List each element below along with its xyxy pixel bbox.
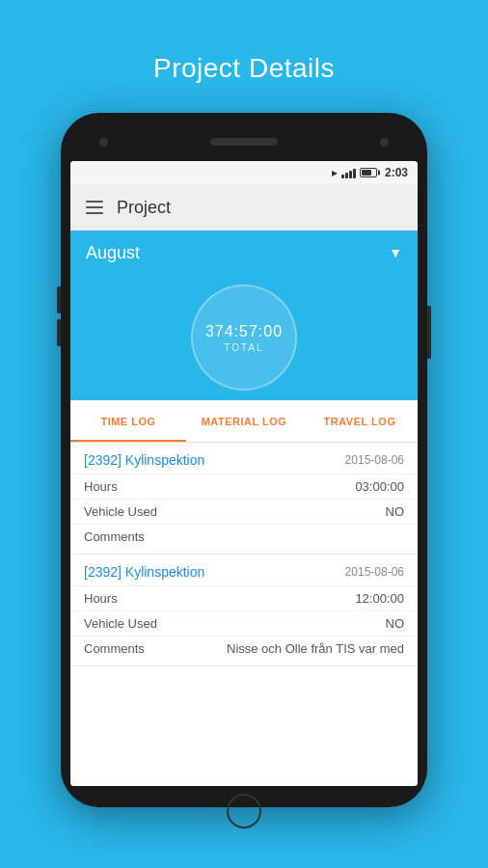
tabs: TIME LOG MATERIAL LOG TRAVEL LOG [70, 400, 418, 443]
volume-buttons [57, 286, 61, 346]
timer-circle: 374:57:00 TOTAL [191, 285, 297, 391]
log-hours-row-2: Hours 12:00:00 [70, 585, 418, 610]
app-bar-title: Project [117, 198, 171, 218]
log-hours-value-1: 03:00:00 [355, 479, 404, 494]
camera-dot [99, 138, 108, 147]
battery-fill [362, 170, 371, 176]
wifi-icon: ▸ [332, 166, 338, 179]
hamburger-line-1 [86, 201, 103, 203]
log-header-1: [2392] Kylinspektion 2015-08-06 [70, 443, 418, 474]
phone-frame: ▸ 2:03 Project [61, 113, 427, 807]
log-comments-label-2: Comments [84, 641, 145, 656]
page-title: Project Details [153, 53, 335, 84]
log-vehicle-value-1: NO [386, 504, 405, 519]
tab-travel-log[interactable]: TRAVEL LOG [302, 400, 418, 442]
phone-top-bar [70, 130, 418, 153]
log-hours-value-2: 12:00:00 [355, 591, 404, 606]
signal-bars [341, 167, 356, 178]
log-vehicle-row-2: Vehicle Used NO [70, 610, 418, 636]
app-bar: Project [70, 184, 418, 231]
battery-icon [360, 168, 377, 177]
log-date-1: 2015-08-06 [345, 453, 404, 467]
power-button [427, 306, 431, 359]
timer-value: 374:57:00 [205, 323, 283, 340]
timer-area: 374:57:00 TOTAL [70, 275, 418, 400]
home-button[interactable] [227, 794, 261, 828]
signal-bar-1 [341, 175, 344, 178]
tab-material-log[interactable]: MATERIAL LOG [186, 400, 302, 442]
content-area[interactable]: [2392] Kylinspektion 2015-08-06 Hours 03… [70, 443, 418, 786]
status-icons: ▸ 2:03 [332, 166, 408, 179]
log-hours-label-2: Hours [84, 591, 118, 606]
log-comments-row-2: Comments Nisse och Olle från TIS var med [70, 636, 418, 665]
month-selector[interactable]: August ▼ [70, 231, 418, 275]
status-bar: ▸ 2:03 [70, 161, 418, 184]
log-vehicle-label-1: Vehicle Used [84, 504, 157, 519]
log-date-2: 2015-08-06 [345, 565, 404, 579]
phone-bottom-bar [70, 794, 418, 828]
log-project-2[interactable]: [2392] Kylinspektion [84, 564, 204, 580]
volume-up-button [57, 286, 61, 313]
phone-screen: ▸ 2:03 Project [70, 161, 418, 786]
menu-button[interactable] [86, 201, 103, 214]
log-vehicle-value-2: NO [386, 616, 405, 631]
speaker [210, 138, 278, 146]
log-header-2: [2392] Kylinspektion 2015-08-06 [70, 555, 418, 585]
signal-bar-3 [349, 171, 352, 178]
volume-down-button [57, 319, 61, 346]
log-vehicle-label-2: Vehicle Used [84, 616, 157, 631]
log-project-1[interactable]: [2392] Kylinspektion [84, 452, 204, 468]
dropdown-arrow-icon: ▼ [389, 245, 402, 260]
signal-bar-2 [345, 173, 348, 178]
log-comments-value-2: Nisse och Olle från TIS var med [227, 641, 404, 656]
log-comments-label-1: Comments [84, 529, 145, 544]
log-hours-row-1: Hours 03:00:00 [70, 474, 418, 499]
log-entry-1: [2392] Kylinspektion 2015-08-06 Hours 03… [70, 443, 418, 555]
sensor-dot [380, 138, 389, 147]
signal-bar-4 [353, 169, 356, 178]
tab-time-log[interactable]: TIME LOG [70, 400, 186, 442]
log-comments-row-1: Comments [70, 524, 418, 554]
hamburger-line-2 [86, 206, 103, 208]
hamburger-line-3 [86, 212, 103, 214]
log-vehicle-row-1: Vehicle Used NO [70, 499, 418, 524]
log-entry-2: [2392] Kylinspektion 2015-08-06 Hours 12… [70, 555, 418, 666]
timer-label: TOTAL [224, 342, 263, 353]
month-label: August [86, 243, 140, 263]
log-hours-label-1: Hours [84, 479, 118, 494]
status-time: 2:03 [385, 166, 408, 179]
